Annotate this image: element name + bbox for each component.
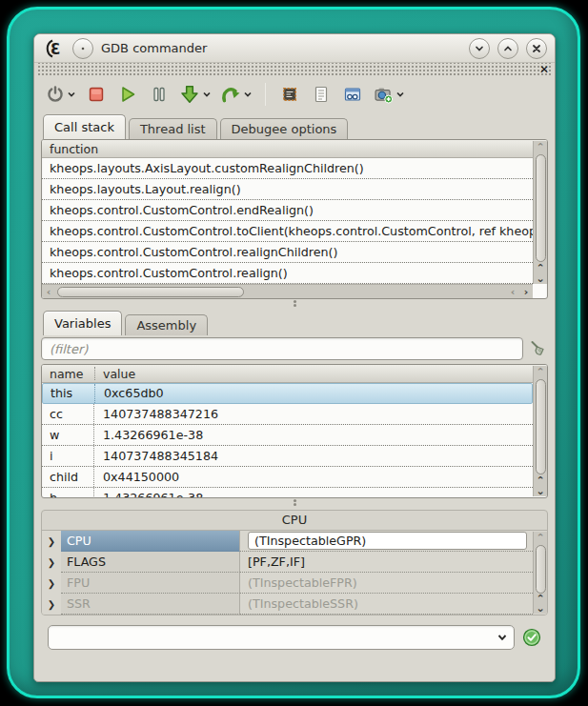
variables-vscrollbar[interactable]: ⌃ ⌃ ⌄ [533, 366, 547, 496]
column-value[interactable]: value [95, 367, 143, 381]
hscroll-thumb[interactable] [57, 287, 244, 297]
callstack-row[interactable]: kheops.control.CustomControl.toClient(kh… [42, 221, 533, 242]
scroll-up-icon[interactable]: ⌃ [534, 532, 547, 544]
gdb-command-combobox[interactable] [48, 625, 515, 650]
expand-arrow-icon[interactable]: ❯ [42, 573, 61, 594]
variable-row-cc[interactable]: cc 140737488347216 [42, 404, 533, 425]
cpu-vscrollbar[interactable]: ⌃ ⌃ ⌄ [533, 532, 547, 614]
splitter-handle[interactable] [41, 299, 548, 311]
scroll-left-icon[interactable]: ‹ [506, 287, 519, 297]
toolbar-separator [265, 83, 266, 106]
scroll-up-icon[interactable]: ⌃ [534, 475, 547, 485]
cpu-row-flags[interactable]: ❯ FLAGS [PF,ZF,IF] [42, 552, 547, 573]
splitter-handle[interactable] [41, 498, 548, 510]
window-title: GDB commander [101, 41, 207, 55]
svg-text:Ɛ: Ɛ [51, 40, 60, 57]
send-command-button[interactable] [522, 628, 541, 647]
filter-input[interactable] [41, 337, 523, 360]
variables-header[interactable]: name value [42, 365, 547, 383]
expand-arrow-icon[interactable]: ❯ [42, 594, 61, 615]
close-button[interactable] [526, 38, 547, 59]
cpu-row-cpu[interactable]: ❯ CPU (TInspectableGPR) [42, 531, 547, 552]
dock-close-icon[interactable]: ✕ [539, 63, 549, 76]
variable-row-w[interactable]: w 1.43266961e-38 [42, 425, 533, 446]
cpu-row-ssr[interactable]: ❯ SSR (TInspectableSSR) [42, 594, 547, 615]
cpu-group-title: CPU [42, 511, 547, 530]
snapshot-button[interactable] [373, 82, 405, 107]
callstack-tabbar: Call stack Thread list Debugee options [41, 114, 548, 139]
expand-arrow-icon[interactable]: ❯ [42, 531, 61, 552]
callstack-list: function kheops.layouts.AxisLayout.custo… [41, 139, 548, 299]
callstack-rows: kheops.layouts.AxisLayout.customRealignC… [42, 158, 533, 284]
variable-row-b[interactable]: b 1.43266961e-38 [42, 488, 533, 497]
variable-row-child[interactable]: child 0x44150000 [42, 467, 533, 488]
combo-dropdown-icon[interactable] [491, 632, 514, 643]
tab-thread-list[interactable]: Thread list [129, 118, 217, 139]
cpu-row-fpu[interactable]: ❯ FPU (TInspectableFPR) [42, 573, 547, 594]
variable-row-i[interactable]: i 140737488345184 [42, 446, 533, 467]
chevron-down-icon [202, 90, 212, 99]
stop-button[interactable] [85, 82, 108, 107]
chevron-down-icon [395, 90, 405, 99]
callstack-row[interactable]: kheops.layouts.Layout.realign() [42, 179, 533, 200]
vscroll-thumb[interactable] [536, 154, 546, 262]
variable-row-this[interactable]: this 0xc65db0 [42, 383, 533, 404]
tab-assembly[interactable]: Assembly [125, 314, 208, 335]
callstack-row[interactable]: kheops.control.CustomControl.realign() [42, 263, 533, 284]
tab-debugee-options[interactable]: Debugee options [220, 118, 349, 139]
cpu-grid: ❯ CPU (TInspectableGPR) ❯ FLAGS [PF,ZF,I… [42, 530, 547, 615]
callstack-vscrollbar[interactable]: ⌃ ⌃ ⌄ [533, 141, 547, 284]
scroll-left-icon[interactable]: ‹ [42, 287, 55, 297]
callstack-header[interactable]: function [42, 140, 547, 158]
callstack-row[interactable]: kheops.control.CustomControl.endRealign(… [42, 200, 533, 221]
roll-up-button[interactable] [497, 38, 518, 59]
column-function[interactable]: function [42, 142, 106, 156]
cpu-value-editbox[interactable]: (TInspectableGPR) [248, 532, 527, 550]
chevron-down-icon [243, 90, 253, 99]
output-list-button[interactable] [310, 82, 333, 107]
gdb-commander-window: Ɛ GDB commander ✕ [33, 33, 556, 682]
gdb-command-input[interactable] [49, 627, 491, 648]
tab-call-stack[interactable]: Call stack [43, 114, 126, 139]
window-menu-button[interactable] [72, 38, 93, 59]
command-bar [41, 617, 548, 650]
variables-rows: this 0xc65db0 cc 140737488347216 w 1.432… [42, 383, 533, 497]
callstack-hscrollbar[interactable]: ‹ ‹ › [42, 284, 533, 298]
scroll-down-icon[interactable]: ⌄ [534, 603, 547, 614]
scroll-up-icon[interactable]: ⌃ [534, 366, 547, 378]
chevron-down-icon [67, 90, 76, 99]
filter-row [41, 335, 548, 364]
scroll-up-icon[interactable]: ⌃ [534, 141, 547, 153]
play-button[interactable] [116, 82, 139, 107]
cpu-view-button[interactable] [278, 82, 301, 107]
screen: Ɛ GDB commander ✕ [0, 0, 588, 706]
roll-down-button[interactable] [469, 38, 490, 59]
column-name[interactable]: name [42, 367, 94, 381]
pause-button[interactable] [148, 82, 171, 107]
expand-arrow-icon[interactable]: ❯ [42, 552, 61, 573]
callstack-row[interactable]: kheops.control.CustomControl.realignChil… [42, 242, 533, 263]
callstack-row[interactable]: kheops.layouts.AxisLayout.customRealignC… [42, 158, 533, 179]
step-into-button[interactable] [179, 82, 212, 107]
vscroll-thumb[interactable] [536, 545, 546, 594]
titlebar: Ɛ GDB commander [34, 34, 555, 63]
clear-filter-icon[interactable] [529, 339, 548, 358]
debug-toolbar [34, 76, 555, 112]
variables-tabbar: Variables Assembly [41, 311, 548, 335]
dock-grip[interactable]: ✕ [36, 63, 553, 76]
scroll-right-icon[interactable]: › [519, 287, 533, 297]
power-button[interactable] [46, 82, 76, 107]
scroll-down-icon[interactable]: ⌄ [534, 485, 547, 496]
app-logo-icon: Ɛ [42, 39, 65, 58]
tab-variables[interactable]: Variables [43, 311, 122, 335]
vscroll-thumb[interactable] [536, 379, 546, 474]
cpu-inspector: CPU ❯ CPU (TInspectableGPR) ❯ FLAGS [PF,… [41, 510, 548, 615]
step-over-button[interactable] [220, 82, 253, 107]
scroll-down-icon[interactable]: ⌄ [534, 272, 547, 284]
watch-window-button[interactable] [341, 82, 364, 107]
scroll-up-icon[interactable]: ⌃ [534, 263, 547, 272]
variables-table: name value this 0xc65db0 cc 140737488347… [41, 364, 548, 498]
